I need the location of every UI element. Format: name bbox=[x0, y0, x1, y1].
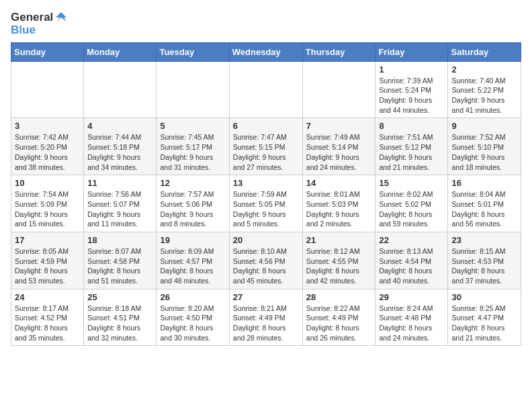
day-of-week-header: Wednesday bbox=[229, 42, 302, 61]
day-info: Sunrise: 7:39 AMSunset: 5:24 PMDaylight:… bbox=[379, 76, 444, 116]
calendar-cell: 2Sunrise: 7:40 AMSunset: 5:22 PMDaylight… bbox=[448, 61, 521, 118]
day-of-week-header: Thursday bbox=[302, 42, 375, 61]
day-of-week-header: Sunday bbox=[11, 42, 84, 61]
day-number: 22 bbox=[379, 235, 444, 245]
day-info: Sunrise: 7:51 AMSunset: 5:12 PMDaylight:… bbox=[379, 132, 444, 172]
day-number: 25 bbox=[87, 292, 152, 302]
day-info: Sunrise: 8:25 AMSunset: 4:47 PMDaylight:… bbox=[451, 304, 517, 343]
calendar-week-row: 24Sunrise: 8:17 AMSunset: 4:52 PMDayligh… bbox=[11, 289, 521, 346]
day-info: Sunrise: 7:56 AMSunset: 5:07 PMDaylight:… bbox=[87, 189, 152, 229]
header: General Blue bbox=[11, 11, 521, 37]
calendar-week-row: 10Sunrise: 7:54 AMSunset: 5:09 PMDayligh… bbox=[11, 175, 521, 232]
day-number: 9 bbox=[451, 121, 517, 131]
day-number: 16 bbox=[451, 178, 517, 188]
day-info: Sunrise: 7:44 AMSunset: 5:18 PMDaylight:… bbox=[87, 132, 152, 172]
calendar-cell: 21Sunrise: 8:12 AMSunset: 4:55 PMDayligh… bbox=[302, 232, 375, 289]
day-info: Sunrise: 8:12 AMSunset: 4:55 PMDaylight:… bbox=[306, 246, 372, 286]
calendar-cell: 14Sunrise: 8:01 AMSunset: 5:03 PMDayligh… bbox=[302, 175, 375, 232]
day-number: 17 bbox=[15, 235, 80, 245]
day-info: Sunrise: 8:02 AMSunset: 5:02 PMDaylight:… bbox=[379, 189, 444, 229]
calendar-header-row: SundayMondayTuesdayWednesdayThursdayFrid… bbox=[11, 42, 521, 61]
calendar-week-row: 1Sunrise: 7:39 AMSunset: 5:24 PMDaylight… bbox=[11, 61, 521, 118]
logo: General Blue bbox=[11, 11, 68, 37]
calendar-cell: 7Sunrise: 7:49 AMSunset: 5:14 PMDaylight… bbox=[302, 118, 375, 175]
day-number: 13 bbox=[233, 178, 299, 188]
day-info: Sunrise: 8:20 AMSunset: 4:50 PMDaylight:… bbox=[160, 304, 225, 343]
day-info: Sunrise: 7:42 AMSunset: 5:20 PMDaylight:… bbox=[15, 132, 80, 172]
day-info: Sunrise: 8:01 AMSunset: 5:03 PMDaylight:… bbox=[306, 189, 372, 229]
calendar-cell: 23Sunrise: 8:15 AMSunset: 4:53 PMDayligh… bbox=[448, 232, 521, 289]
day-of-week-header: Saturday bbox=[448, 42, 521, 61]
day-number: 1 bbox=[379, 64, 444, 75]
day-number: 30 bbox=[451, 292, 517, 302]
calendar-week-row: 17Sunrise: 8:05 AMSunset: 4:59 PMDayligh… bbox=[11, 232, 521, 289]
calendar-cell: 17Sunrise: 8:05 AMSunset: 4:59 PMDayligh… bbox=[11, 232, 84, 289]
calendar-cell: 6Sunrise: 7:47 AMSunset: 5:15 PMDaylight… bbox=[229, 118, 302, 175]
calendar-cell: 20Sunrise: 8:10 AMSunset: 4:56 PMDayligh… bbox=[229, 232, 302, 289]
day-of-week-header: Friday bbox=[375, 42, 448, 61]
day-info: Sunrise: 8:05 AMSunset: 4:59 PMDaylight:… bbox=[15, 246, 80, 286]
day-number: 29 bbox=[379, 292, 444, 302]
day-info: Sunrise: 7:45 AMSunset: 5:17 PMDaylight:… bbox=[160, 132, 225, 172]
calendar-cell: 15Sunrise: 8:02 AMSunset: 5:02 PMDayligh… bbox=[375, 175, 448, 232]
day-number: 8 bbox=[379, 121, 444, 131]
calendar-cell: 4Sunrise: 7:44 AMSunset: 5:18 PMDaylight… bbox=[84, 118, 157, 175]
day-info: Sunrise: 8:04 AMSunset: 5:01 PMDaylight:… bbox=[451, 189, 517, 229]
day-info: Sunrise: 8:13 AMSunset: 4:54 PMDaylight:… bbox=[379, 246, 444, 286]
calendar-cell: 19Sunrise: 8:09 AMSunset: 4:57 PMDayligh… bbox=[157, 232, 229, 289]
day-number: 4 bbox=[87, 121, 152, 131]
calendar-cell bbox=[11, 61, 84, 118]
calendar-cell: 28Sunrise: 8:22 AMSunset: 4:49 PMDayligh… bbox=[302, 289, 375, 346]
day-number: 11 bbox=[87, 178, 152, 188]
calendar-cell: 29Sunrise: 8:24 AMSunset: 4:48 PMDayligh… bbox=[375, 289, 448, 346]
calendar-cell: 25Sunrise: 8:18 AMSunset: 4:51 PMDayligh… bbox=[84, 289, 157, 346]
day-number: 24 bbox=[15, 292, 80, 302]
calendar-cell: 16Sunrise: 8:04 AMSunset: 5:01 PMDayligh… bbox=[448, 175, 521, 232]
day-number: 27 bbox=[233, 292, 299, 302]
day-number: 20 bbox=[233, 235, 299, 245]
day-number: 14 bbox=[306, 178, 372, 188]
day-number: 10 bbox=[15, 178, 80, 188]
calendar-cell: 3Sunrise: 7:42 AMSunset: 5:20 PMDaylight… bbox=[11, 118, 84, 175]
day-info: Sunrise: 8:15 AMSunset: 4:53 PMDaylight:… bbox=[451, 246, 517, 286]
day-info: Sunrise: 8:21 AMSunset: 4:49 PMDaylight:… bbox=[233, 304, 299, 343]
calendar-cell bbox=[229, 61, 302, 118]
day-info: Sunrise: 7:59 AMSunset: 5:05 PMDaylight:… bbox=[233, 189, 299, 229]
calendar-cell: 22Sunrise: 8:13 AMSunset: 4:54 PMDayligh… bbox=[375, 232, 448, 289]
day-number: 3 bbox=[15, 121, 80, 131]
calendar-cell: 8Sunrise: 7:51 AMSunset: 5:12 PMDaylight… bbox=[375, 118, 448, 175]
day-number: 12 bbox=[160, 178, 225, 188]
calendar-cell: 12Sunrise: 7:57 AMSunset: 5:06 PMDayligh… bbox=[157, 175, 229, 232]
day-info: Sunrise: 7:47 AMSunset: 5:15 PMDaylight:… bbox=[233, 132, 299, 172]
day-number: 7 bbox=[306, 121, 372, 131]
day-number: 2 bbox=[451, 64, 517, 75]
day-info: Sunrise: 8:10 AMSunset: 4:56 PMDaylight:… bbox=[233, 246, 299, 286]
day-info: Sunrise: 7:54 AMSunset: 5:09 PMDaylight:… bbox=[15, 189, 80, 229]
day-info: Sunrise: 7:40 AMSunset: 5:22 PMDaylight:… bbox=[451, 76, 517, 116]
calendar-cell: 18Sunrise: 8:07 AMSunset: 4:58 PMDayligh… bbox=[84, 232, 157, 289]
calendar-cell: 24Sunrise: 8:17 AMSunset: 4:52 PMDayligh… bbox=[11, 289, 84, 346]
logo-blue-text: Blue bbox=[11, 24, 68, 37]
calendar-cell: 26Sunrise: 8:20 AMSunset: 4:50 PMDayligh… bbox=[157, 289, 229, 346]
calendar-week-row: 3Sunrise: 7:42 AMSunset: 5:20 PMDaylight… bbox=[11, 118, 521, 175]
calendar-cell: 10Sunrise: 7:54 AMSunset: 5:09 PMDayligh… bbox=[11, 175, 84, 232]
day-info: Sunrise: 7:52 AMSunset: 5:10 PMDaylight:… bbox=[451, 132, 517, 172]
day-info: Sunrise: 8:07 AMSunset: 4:58 PMDaylight:… bbox=[87, 246, 152, 286]
day-of-week-header: Tuesday bbox=[157, 42, 229, 61]
day-info: Sunrise: 7:57 AMSunset: 5:06 PMDaylight:… bbox=[160, 189, 225, 229]
day-number: 28 bbox=[306, 292, 372, 302]
day-number: 15 bbox=[379, 178, 444, 188]
day-number: 19 bbox=[160, 235, 225, 245]
calendar-cell: 9Sunrise: 7:52 AMSunset: 5:10 PMDaylight… bbox=[448, 118, 521, 175]
calendar-cell: 13Sunrise: 7:59 AMSunset: 5:05 PMDayligh… bbox=[229, 175, 302, 232]
day-info: Sunrise: 8:09 AMSunset: 4:57 PMDaylight:… bbox=[160, 246, 225, 286]
calendar-cell: 5Sunrise: 7:45 AMSunset: 5:17 PMDaylight… bbox=[157, 118, 229, 175]
calendar-cell bbox=[84, 61, 157, 118]
calendar-cell bbox=[302, 61, 375, 118]
day-info: Sunrise: 8:17 AMSunset: 4:52 PMDaylight:… bbox=[15, 304, 80, 343]
day-info: Sunrise: 8:22 AMSunset: 4:49 PMDaylight:… bbox=[306, 304, 372, 343]
day-info: Sunrise: 8:18 AMSunset: 4:51 PMDaylight:… bbox=[87, 304, 152, 343]
svg-marker-0 bbox=[56, 12, 66, 21]
day-info: Sunrise: 7:49 AMSunset: 5:14 PMDaylight:… bbox=[306, 132, 372, 172]
day-number: 23 bbox=[451, 235, 517, 245]
